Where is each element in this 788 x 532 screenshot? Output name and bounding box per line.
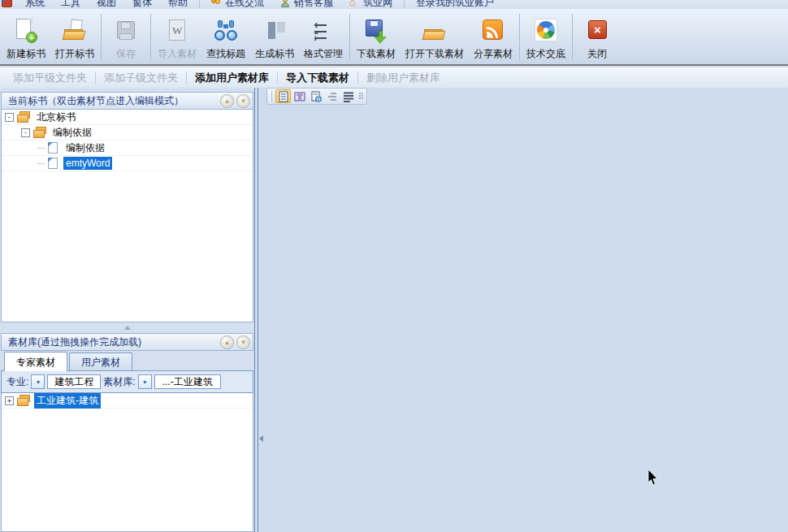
expand-expander-icon[interactable]: + [5,396,14,405]
open-folder-icon [421,17,448,45]
main-toolbar: + 新建标书 打开标书 保存 W 导入素材 [0,9,788,66]
library-filter-value[interactable]: ...-工业建筑 [154,374,221,389]
view-mini-toolbar [266,88,367,105]
save-floppy-icon [112,17,140,45]
close-button[interactable]: × 关闭 [574,11,620,64]
binoculars-icon [212,17,240,45]
menu-tools[interactable]: 工具 [53,0,89,9]
menu-login-account[interactable]: 登录我的筑业账户 [408,0,502,9]
major-filter-label: 专业: [6,375,28,389]
menu-zhuye-site[interactable]: ⌂ 筑业网 [341,0,400,9]
add-user-library-button[interactable]: 添加用户素材库 [187,71,277,85]
menu-window[interactable]: 窗体 [124,0,160,9]
splitter-line [258,88,258,532]
book-view-button[interactable] [292,89,307,103]
import-downloaded-material-button[interactable]: 导入下载素材 [278,71,357,85]
generate-bid-button[interactable]: 生成标书 [250,11,299,64]
download-save-icon [362,17,390,45]
share-material-button[interactable]: 分享素材 [469,11,517,64]
toolbar-separator [519,14,520,61]
tree-row[interactable]: - 编制依据 [2,125,253,141]
tree-connector [37,148,45,149]
content-region: 当前标书（双击素材节点进入编辑模式） ▲ ▼ - 北京标书 - 编制依据 [0,88,788,532]
material-tabs: 专家素材 用户素材 [1,351,253,371]
paragraph-blocks-icon [261,17,288,45]
major-filter-value[interactable]: 建筑工程 [47,374,101,389]
tree-node-label[interactable]: 编制依据 [50,125,94,141]
tree-row[interactable]: - 北京标书 [2,110,253,125]
mouse-cursor [647,469,658,486]
current-bid-panel-header: 当前标书（双击素材节点进入编辑模式） ▲ ▼ [1,92,253,110]
menu-system[interactable]: 系统 [17,0,53,9]
tab-expert-material[interactable]: 专家素材 [4,352,67,371]
tree-connector [37,163,45,164]
open-folder-icon [61,17,89,45]
download-material-button[interactable]: 下载素材 [352,11,400,64]
open-downloaded-material-button[interactable]: 打开下载素材 [400,11,469,64]
find-title-button[interactable]: 查找标题 [201,11,250,64]
horizontal-splitter[interactable] [1,322,253,333]
collapse-expander-icon[interactable]: - [21,128,30,137]
library-dropdown-button[interactable]: ▼ [138,374,152,389]
tree-node-label[interactable]: 编制依据 [63,141,107,156]
tree-row[interactable]: + 工业建筑-建筑 [2,393,253,409]
toolbar-separator [572,14,573,61]
web-document-button[interactable] [308,89,323,103]
draft-view-button[interactable] [340,89,356,103]
document-icon [46,158,60,169]
work-area [263,88,788,532]
library-filter-label: 素材库: [103,375,135,389]
menu-view[interactable]: 视图 [89,0,124,9]
toolbar-overflow-grip[interactable] [359,93,364,100]
menu-separator [404,0,405,8]
move-down-button[interactable]: ▼ [236,94,250,108]
document-view-button[interactable] [275,89,291,103]
document-view-icon [278,91,289,102]
folder-icon [17,111,31,123]
document-icon [46,142,60,154]
indent-list-icon [327,91,338,102]
app-window: 系统 工具 视图 窗体 帮助 在线交流 销售客服 ⌂ 筑业网 登录我的筑业账户 [0,0,788,532]
toolbar-separator [101,14,102,61]
people-icon [211,0,222,7]
toolbar-drag-handle[interactable] [270,91,272,102]
new-bid-button[interactable]: + 新建标书 [2,11,50,64]
person-icon [280,0,291,7]
outline-view-button[interactable] [324,89,340,103]
menu-separator [199,0,200,8]
add-child-folder-button[interactable]: 添加子级文件夹 [96,71,186,85]
format-manage-button[interactable]: 1 a i 格式管理 [299,11,348,64]
collapse-expander-icon[interactable]: - [5,113,14,122]
move-up-button[interactable]: ▲ [220,335,234,349]
menu-online-chat[interactable]: 在线交流 [203,0,272,9]
folder-icon [33,127,47,138]
tree-node-label-selected[interactable]: 工业建筑-建筑 [34,393,101,409]
menu-bar: 系统 工具 视图 窗体 帮助 在线交流 销售客服 ⌂ 筑业网 登录我的筑业账户 [0,0,788,9]
tab-user-material[interactable]: 用户素材 [69,353,132,370]
splitter-up-arrow-icon [124,326,131,330]
current-bid-tree: - 北京标书 - 编制依据 编制依据 emtyWord [1,110,253,322]
vertical-splitter[interactable] [254,88,263,532]
major-dropdown-button[interactable]: ▼ [31,374,45,389]
pinwheel-icon [532,17,560,45]
tech-disclosure-button[interactable]: 技术交底 [522,11,570,64]
tree-row[interactable]: emtyWord [2,156,253,171]
open-bid-button[interactable]: 打开标书 [50,11,99,64]
app-logo-icon [2,0,12,7]
tree-row[interactable]: 编制依据 [2,141,253,156]
justify-lines-icon [343,91,354,102]
action-bar: 添加平级文件夹 添加子级文件夹 添加用户素材库 导入下载素材 删除用户素材库 [0,67,788,88]
menu-sales-service[interactable]: 销售客服 [272,0,341,9]
toolbar-separator [349,14,350,61]
save-button[interactable]: 保存 [103,11,149,64]
toolbar-separator [150,14,151,61]
tree-node-label[interactable]: 北京标书 [34,110,78,125]
material-panel-title: 素材库(通过拖拽操作完成加载) [8,335,141,349]
import-material-button[interactable]: W 导入素材 [153,11,201,64]
move-down-button[interactable]: ▼ [236,335,250,349]
menu-help[interactable]: 帮助 [160,0,196,9]
add-sibling-folder-button[interactable]: 添加平级文件夹 [5,71,95,85]
delete-user-library-button[interactable]: 删除用户素材库 [358,71,448,85]
move-up-button[interactable]: ▲ [220,94,234,108]
tree-node-label-selected[interactable]: emtyWord [63,157,112,170]
